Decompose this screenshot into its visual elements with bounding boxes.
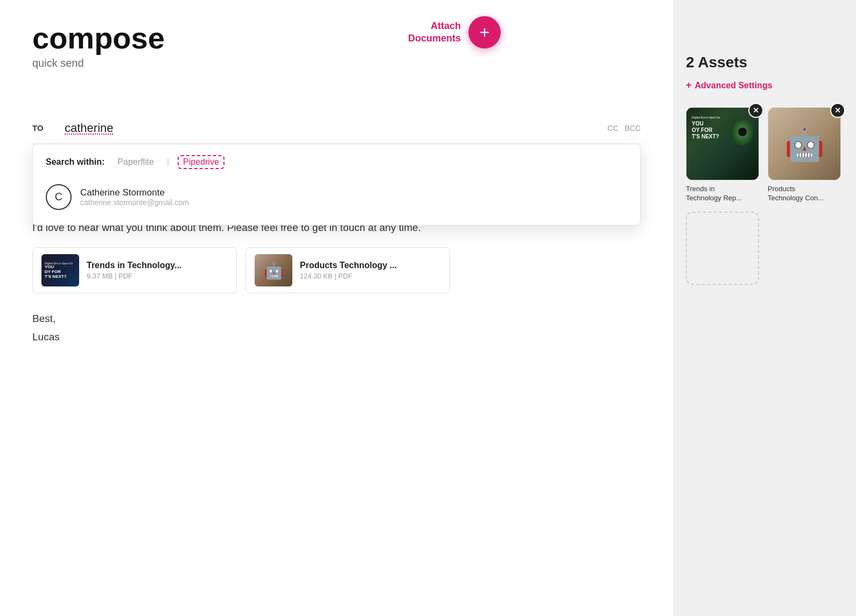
contact-result-row[interactable]: C Catherine Stormonte catherine.stormont… [46, 180, 627, 214]
compose-header: compose quick send [32, 22, 641, 69]
right-sidebar: 2 Assets + Advanced Settings ✕ Digital E… [673, 0, 856, 616]
search-option-paperflite[interactable]: Paperflite [113, 156, 158, 168]
robot-image: 🤖 [768, 108, 840, 180]
page-title: compose [32, 22, 641, 55]
contact-email: catherine.stormonte@gmail.com [80, 198, 189, 207]
asset-name-1: Trends inTechnology Rep... [686, 185, 759, 203]
asset-placeholder[interactable] [686, 212, 759, 285]
asset-card-2: ✕ 🤖 ProductsTechnology Con... [768, 107, 841, 203]
signature-line-1: Best, [32, 310, 641, 328]
robot-icon: 🤖 [264, 261, 284, 280]
asset-thumb-2: 🤖 [768, 107, 841, 180]
to-label: TO [32, 123, 65, 132]
bcc-button[interactable]: BCC [625, 124, 641, 132]
advanced-settings-link[interactable]: + Advanced Settings [686, 80, 843, 91]
attach-documents-button[interactable]: + [468, 16, 501, 48]
asset-thumb-1: Digital Era is Upon Us YOUOY FORT'S NEXT… [686, 107, 759, 180]
cc-button[interactable]: CC [607, 124, 618, 132]
attachment-card-2[interactable]: 🤖 Products Technology ... 124.30 KB | PD… [245, 247, 450, 293]
cc-bcc-area: CC BCC [607, 124, 641, 132]
asset-name-2: ProductsTechnology Con... [768, 185, 841, 203]
contact-avatar: C [46, 184, 72, 210]
search-option-pipedrive[interactable]: Pipedrive [178, 155, 224, 169]
plus-icon-settings: + [686, 80, 692, 91]
attachment-meta-1: 9.37 MB | PDF [87, 272, 181, 280]
assets-count: 2 Assets [686, 54, 843, 71]
robot-emoji: 🤖 [784, 125, 825, 163]
to-field-row: TO catherine CC BCC Search within: Paper… [32, 113, 641, 144]
attach-documents-area: AttachDocuments + [408, 16, 501, 48]
attachment-thumb-1: Digital Era is Upon Us YOUDY FORT'S NEXT… [41, 254, 79, 286]
attachment-name-1: Trends in Technology... [87, 261, 181, 270]
email-signature: Best, Lucas [32, 310, 641, 346]
attachment-info-2: Products Technology ... 124.30 KB | PDF [300, 261, 397, 280]
page-subtitle: quick send [32, 57, 641, 69]
inline-attachments: Digital Era is Upon Us YOUDY FORT'S NEXT… [32, 247, 641, 293]
contact-info: Catherine Stormonte catherine.stormonte@… [80, 187, 189, 207]
asset-card-1: ✕ Digital Era is Upon Us YOUOY FORT'S NE… [686, 107, 759, 203]
search-within-label: Search within: [46, 157, 104, 167]
attachment-meta-2: 124.30 KB | PDF [300, 272, 397, 280]
contact-name: Catherine Stormonte [80, 187, 189, 198]
attachment-name-2: Products Technology ... [300, 261, 397, 270]
attach-documents-label: AttachDocuments [408, 20, 461, 45]
assets-grid: ✕ Digital Era is Upon Us YOUOY FORT'S NE… [686, 107, 843, 285]
tech-image: Digital Era is Upon Us YOUOY FORT'S NEXT… [686, 108, 759, 180]
attachment-card-1[interactable]: Digital Era is Upon Us YOUDY FORT'S NEXT… [32, 247, 237, 293]
search-within-row: Search within: Paperflite | Pipedrive [46, 155, 627, 169]
contact-dropdown: Search within: Paperflite | Pipedrive C … [32, 144, 641, 226]
advanced-settings-label: Advanced Settings [695, 81, 773, 90]
attachment-info-1: Trends in Technology... 9.37 MB | PDF [87, 261, 181, 280]
asset-remove-button-1[interactable]: ✕ [748, 103, 763, 118]
attachment-thumb-2: 🤖 [255, 254, 292, 286]
to-input[interactable]: catherine [65, 121, 114, 135]
plus-icon: + [480, 23, 490, 43]
signature-line-2: Lucas [32, 328, 641, 346]
compose-area: compose quick send AttachDocuments + TO … [0, 0, 673, 616]
asset-remove-button-2[interactable]: ✕ [830, 103, 845, 118]
